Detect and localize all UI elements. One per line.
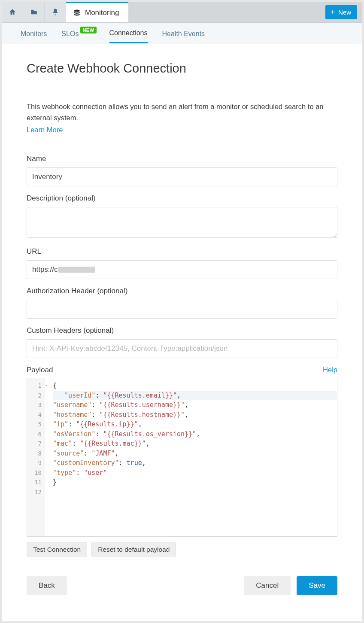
editor-gutter: 123456789101112 <box>27 378 45 536</box>
subtab-connections[interactable]: Connections <box>109 24 148 43</box>
test-connection-button[interactable]: Test Connection <box>27 542 87 557</box>
subtabs: Monitors SLOsNEW Connections Health Even… <box>2 23 362 44</box>
tab-monitoring-label: Monitoring <box>85 9 119 17</box>
cancel-button[interactable]: Cancel <box>244 576 291 595</box>
tab-monitoring[interactable]: Monitoring <box>66 2 128 22</box>
home-icon <box>9 8 16 16</box>
page-title: Create Webhook Connection <box>27 61 337 76</box>
custom-headers-label: Custom Headers (optional) <box>27 326 337 335</box>
editor-fold-gutter: ▾ <box>45 378 51 536</box>
new-button[interactable]: New <box>325 5 357 19</box>
authz-label: Authorization Header (optional) <box>27 287 337 295</box>
database-icon <box>73 9 81 17</box>
save-button[interactable]: Save <box>297 576 337 595</box>
bell-icon <box>52 8 59 16</box>
payload-editor[interactable]: 123456789101112 ▾ { "userId": "{{Results… <box>27 378 337 537</box>
plus-icon <box>330 9 336 15</box>
payload-label: Payload <box>27 366 53 374</box>
toolbar-spacer <box>128 2 323 22</box>
folder-icon <box>30 8 38 16</box>
url-label: URL <box>27 247 337 256</box>
name-label: Name <box>27 155 337 163</box>
custom-headers-input[interactable] <box>27 339 337 358</box>
new-button-label: New <box>338 9 351 16</box>
subtab-slos[interactable]: SLOsNEW <box>61 24 94 43</box>
authz-input[interactable] <box>27 300 337 319</box>
subtab-monitors[interactable]: Monitors <box>21 24 47 43</box>
description-input[interactable] <box>27 207 337 238</box>
url-redacted <box>58 267 95 273</box>
top-toolbar: Monitoring New <box>2 2 362 23</box>
main-content: Create Webhook Connection This webhook c… <box>14 44 350 608</box>
help-link[interactable]: Help <box>323 366 337 374</box>
new-badge: NEW <box>80 27 96 33</box>
url-value-prefix: https://c <box>32 265 58 274</box>
name-input[interactable] <box>27 167 337 186</box>
editor-code[interactable]: { "userId": "{{Results.email}}","usernam… <box>51 378 337 536</box>
url-input[interactable]: https://c <box>27 260 337 279</box>
learn-more-link[interactable]: Learn More <box>27 126 63 134</box>
description-label: Description (optional) <box>27 194 337 203</box>
reset-payload-button[interactable]: Reset to default payload <box>91 542 176 557</box>
subtab-slos-label: SLOs <box>61 30 79 37</box>
back-button[interactable]: Back <box>27 576 67 595</box>
subtab-health-events[interactable]: Health Events <box>162 24 205 43</box>
folder-icon-button[interactable] <box>23 2 45 22</box>
home-icon-button[interactable] <box>2 2 23 22</box>
intro-text: This webhook connection allows you to se… <box>27 101 337 123</box>
bell-icon-button[interactable] <box>45 2 66 22</box>
